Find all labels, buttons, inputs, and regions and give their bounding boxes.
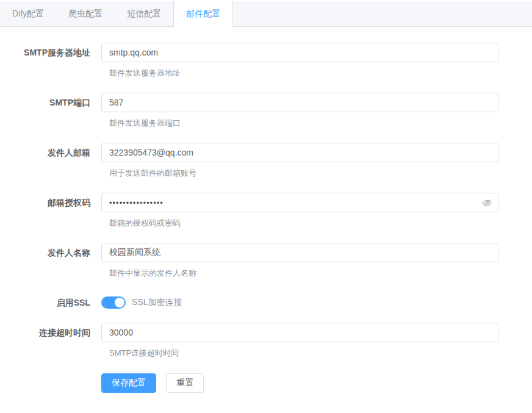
timeout-helper: SMTP连接超时时间: [101, 348, 498, 358]
enable-ssl-label: 启用SSL: [0, 293, 101, 312]
timeout-input[interactable]: [101, 323, 498, 342]
auth-code-helper: 邮箱的授权码或密码: [101, 218, 498, 228]
sender-name-helper: 邮件中显示的发件人名称: [101, 268, 498, 278]
mail-config-form: SMTP服务器地址 邮件发送服务器地址 SMTP端口 邮件发送服务器端口 发件人…: [0, 27, 532, 393]
tab-crawler-config[interactable]: 爬虫配置: [56, 1, 115, 26]
mail-config-page: Dify配置 爬虫配置 短信配置 邮件配置 SMTP服务器地址 邮件发送服务器地…: [0, 1, 532, 393]
sender-email-input[interactable]: [101, 143, 498, 162]
reset-button[interactable]: 重置: [166, 373, 204, 393]
ssl-toggle-knob: [115, 298, 124, 307]
form-field-auth-code: 邮箱授权码 邮箱的授权码或密码: [0, 193, 532, 228]
config-tabs: Dify配置 爬虫配置 短信配置 邮件配置: [0, 1, 532, 27]
tab-dify-config[interactable]: Dify配置: [0, 1, 56, 26]
smtp-host-input[interactable]: [101, 43, 498, 62]
form-field-enable-ssl: 启用SSL SSL加密连接: [0, 293, 532, 312]
form-field-timeout: 连接超时时间 SMTP连接超时时间: [0, 323, 532, 358]
form-field-smtp-host: SMTP服务器地址 邮件发送服务器地址: [0, 43, 532, 78]
timeout-label: 连接超时时间: [0, 323, 101, 358]
auth-code-input[interactable]: [101, 193, 498, 212]
smtp-host-helper: 邮件发送服务器地址: [101, 68, 498, 78]
sender-email-helper: 用于发送邮件的邮箱账号: [101, 168, 498, 178]
smtp-port-input[interactable]: [101, 93, 498, 112]
ssl-description: SSL加密连接: [132, 297, 182, 308]
save-button[interactable]: 保存配置: [101, 373, 156, 393]
form-field-sender-email: 发件人邮箱 用于发送邮件的邮箱账号: [0, 143, 532, 178]
sender-name-label: 发件人名称: [0, 243, 101, 278]
smtp-host-label: SMTP服务器地址: [0, 43, 101, 78]
auth-code-label: 邮箱授权码: [0, 193, 101, 228]
eye-slash-icon[interactable]: [481, 197, 492, 208]
form-actions: 保存配置 重置: [0, 373, 532, 393]
sender-email-label: 发件人邮箱: [0, 143, 101, 178]
tab-mail-config[interactable]: 邮件配置: [173, 1, 233, 26]
actions-spacer: [0, 373, 101, 393]
sender-name-input[interactable]: [101, 243, 498, 262]
smtp-port-helper: 邮件发送服务器端口: [101, 118, 498, 128]
form-field-smtp-port: SMTP端口 邮件发送服务器端口: [0, 93, 532, 128]
ssl-toggle[interactable]: [101, 296, 126, 309]
tab-sms-config[interactable]: 短信配置: [115, 1, 173, 26]
form-field-sender-name: 发件人名称 邮件中显示的发件人名称: [0, 243, 532, 278]
smtp-port-label: SMTP端口: [0, 93, 101, 128]
